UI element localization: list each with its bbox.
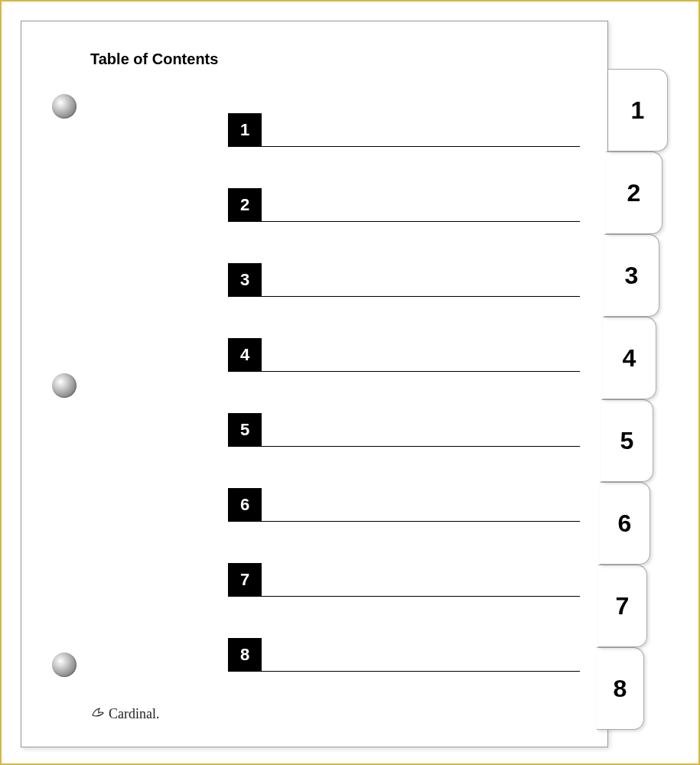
toc-rows: 1 2 3 4 5 6 7 8 <box>228 113 580 713</box>
binder-hole-icon <box>52 373 77 398</box>
divider-tab-6: 6 <box>600 482 650 565</box>
tab-label: 7 <box>616 592 630 620</box>
toc-number-box: 6 <box>228 488 262 522</box>
toc-line <box>262 671 580 672</box>
page-title: Table of Contents <box>90 50 218 68</box>
tab-label: 4 <box>623 344 637 373</box>
toc-number-box: 2 <box>228 188 262 222</box>
tab-label: 2 <box>627 179 641 207</box>
toc-number-box: 7 <box>228 563 262 597</box>
toc-page: Table of Contents 1 2 3 4 5 6 7 <box>21 21 608 747</box>
toc-line <box>262 296 580 297</box>
toc-number-box: 3 <box>228 263 262 297</box>
toc-line <box>262 446 580 447</box>
toc-row: 8 <box>228 638 580 672</box>
tab-label: 6 <box>618 509 632 538</box>
divider-tab-3: 3 <box>604 234 659 317</box>
binder-hole-icon <box>52 653 77 677</box>
toc-number-box: 8 <box>228 638 262 672</box>
bird-icon <box>90 705 106 724</box>
toc-number-box: 5 <box>228 413 262 447</box>
brand-text: Cardinal. <box>109 706 159 722</box>
tab-label: 8 <box>614 675 627 703</box>
brand-label: Cardinal. <box>90 705 159 724</box>
divider-tab-1: 1 <box>608 69 668 151</box>
toc-row: 7 <box>228 563 580 597</box>
toc-row: 2 <box>228 188 580 222</box>
toc-row: 3 <box>228 263 580 297</box>
tab-label: 5 <box>620 427 634 455</box>
toc-line <box>262 521 580 522</box>
divider-tab-5: 5 <box>601 399 653 482</box>
toc-row: 5 <box>228 413 580 447</box>
toc-row: 6 <box>228 488 580 522</box>
toc-row: 4 <box>228 338 580 372</box>
divider-tab-4: 4 <box>603 317 656 399</box>
tab-label: 3 <box>625 262 639 290</box>
divider-tab-7: 7 <box>598 565 647 647</box>
tab-label: 1 <box>631 96 645 125</box>
toc-line <box>262 221 580 222</box>
toc-line <box>262 371 580 372</box>
divider-tab-8: 8 <box>597 647 644 730</box>
divider-tab-2: 2 <box>606 151 663 234</box>
toc-number-box: 1 <box>228 113 262 147</box>
toc-line <box>262 146 580 147</box>
toc-number-box: 4 <box>228 338 262 372</box>
toc-row: 1 <box>228 113 580 147</box>
binder-hole-icon <box>52 94 77 119</box>
toc-line <box>262 596 580 597</box>
